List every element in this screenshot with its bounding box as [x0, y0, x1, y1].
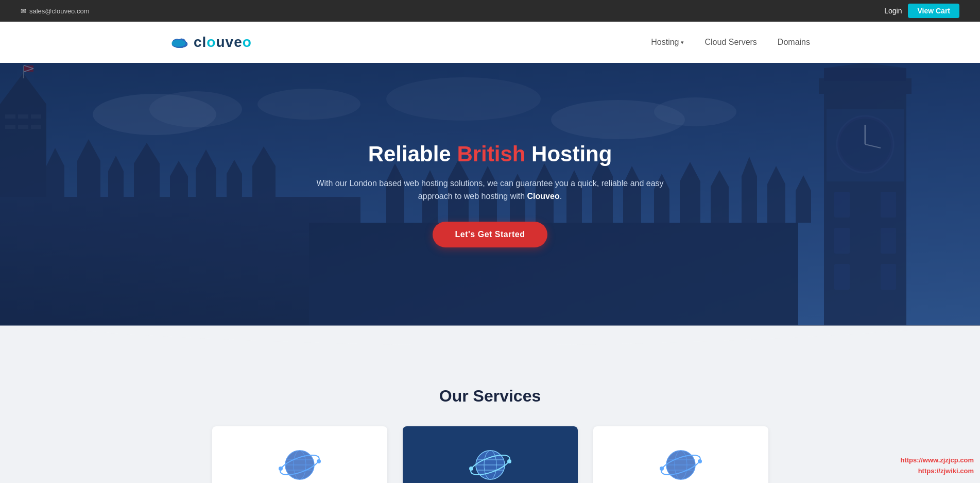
services-section-title: Our Services — [103, 387, 877, 406]
main-nav: Hosting ▾ Cloud Servers Domains — [651, 38, 810, 47]
service-icon-3 — [658, 442, 704, 483]
svg-point-116 — [698, 459, 702, 463]
hero-title-british: British — [457, 142, 525, 166]
service-card-1 — [212, 426, 387, 483]
service-icon-1 — [277, 442, 323, 483]
top-bar-right: Login View Cart — [884, 4, 959, 18]
svg-point-99 — [279, 467, 283, 471]
watermark-line2: https://zjwiki.com — [900, 466, 974, 477]
get-started-button[interactable]: Let's Get Started — [433, 222, 548, 247]
service-card-2 — [403, 426, 578, 483]
svg-point-117 — [660, 467, 664, 471]
svg-point-6 — [171, 40, 185, 47]
logo-icon — [170, 35, 190, 49]
logo[interactable]: clouveo — [170, 34, 252, 51]
nav-domains-link[interactable]: Domains — [778, 38, 810, 46]
svg-point-107 — [507, 459, 511, 463]
hero-title-end: Hosting — [525, 142, 612, 166]
svg-point-98 — [317, 459, 321, 463]
service-card-3 — [593, 426, 768, 483]
hero-section: Reliable British Hosting With our London… — [0, 63, 980, 326]
svg-point-108 — [469, 467, 473, 471]
wave-divider — [0, 325, 980, 366]
login-link[interactable]: Login — [884, 7, 902, 15]
hero-subtitle: With our London based web hosting soluti… — [310, 177, 670, 203]
hero-content: Reliable British Hosting With our London… — [310, 141, 670, 247]
top-bar: ✉ sales@clouveo.com Login View Cart — [0, 0, 980, 22]
email-address: sales@clouveo.com — [29, 7, 90, 15]
nav-cloud-servers-link[interactable]: Cloud Servers — [704, 38, 757, 46]
service-icon-2 — [467, 442, 513, 483]
logo-text: clouveo — [194, 34, 252, 51]
watermark-line1: https://www.zjzjcp.com — [900, 455, 974, 466]
wave-section — [0, 325, 980, 366]
services-section: Our Services — [0, 366, 980, 483]
watermark: https://www.zjzjcp.com https://zjwiki.co… — [900, 455, 974, 477]
email-icon: ✉ — [21, 7, 26, 15]
nav-bar: clouveo Hosting ▾ Cloud Servers Domains — [0, 22, 980, 63]
view-cart-button[interactable]: View Cart — [908, 4, 959, 18]
hosting-dropdown-icon: ▾ — [681, 39, 684, 46]
email-display: ✉ sales@clouveo.com — [21, 7, 90, 15]
nav-hosting-link[interactable]: Hosting ▾ — [651, 38, 684, 47]
hero-title-start: Reliable — [368, 142, 457, 166]
services-cards — [103, 426, 877, 483]
hero-title: Reliable British Hosting — [310, 141, 670, 167]
